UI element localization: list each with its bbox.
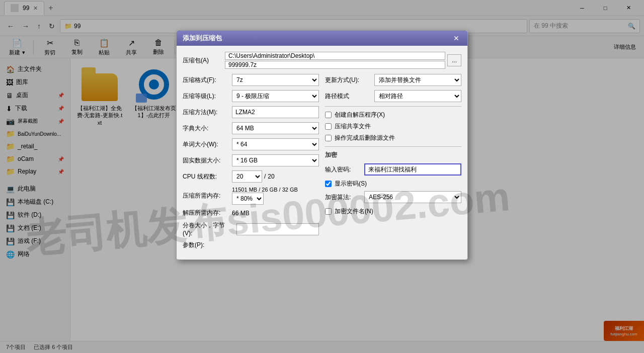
- dialog-col-left: 压缩格式(F): 7z 压缩等级(L): 9 - 极限压缩 压缩方法(M):: [183, 74, 319, 253]
- algo-label: 加密算法:: [325, 193, 360, 202]
- decomp-label: 解压所需内存:: [183, 209, 228, 217]
- pathmode-row: 路径模式 相对路径: [325, 90, 461, 102]
- solid-label: 固实数据大小:: [183, 156, 228, 165]
- mem-label: 压缩所需内存:: [183, 192, 228, 200]
- show-password-label: 显示密码(S): [335, 180, 367, 188]
- password-row: 输入密码:: [325, 163, 461, 175]
- algo-select[interactable]: AES-256: [364, 191, 461, 203]
- pathmode-label: 路径模式: [325, 92, 370, 101]
- split-input[interactable]: [236, 223, 319, 235]
- cpu-row: CPU 线程数: 20 / 20: [183, 170, 319, 183]
- decomp-row: 解压所需内存: 66 MB: [183, 209, 319, 217]
- decomp-value: 66 MB: [232, 210, 250, 217]
- method-row: 压缩方法(M):: [183, 106, 319, 118]
- dialog-columns: 压缩格式(F): 7z 压缩等级(L): 9 - 极限压缩 压缩方法(M):: [183, 74, 461, 253]
- mem-row: 压缩所需内存: 11501 MB / 26 GB / 32 GB * 80%: [183, 187, 319, 205]
- path-input[interactable]: [225, 52, 445, 60]
- divider-2: [325, 146, 461, 147]
- encrypt-section: 输入密码: 显示密码(S) 加密算法: AES-256: [325, 163, 461, 216]
- update-select[interactable]: 添加并替换文件: [374, 74, 461, 86]
- sfx-checkbox[interactable]: [325, 112, 332, 118]
- shared-row: 压缩共享文件: [325, 122, 461, 131]
- mem-detail-block: 11501 MB / 26 GB / 32 GB * 80%: [232, 187, 298, 205]
- shared-checkbox[interactable]: [325, 123, 332, 130]
- dialog-overlay: 添加到压缩包 ✕ 压缩包(A) ... 压缩格式(F):: [0, 0, 644, 353]
- delete-label: 操作完成后删除源文件: [335, 134, 395, 142]
- encrypt-names-label: 加密文件名(N): [335, 207, 373, 216]
- params-label: 参数(P):: [183, 241, 228, 249]
- sfx-row: 创建自解压程序(X): [325, 111, 461, 119]
- shared-label: 压缩共享文件: [335, 122, 371, 131]
- dialog-close-button[interactable]: ✕: [451, 34, 461, 42]
- delete-checkbox[interactable]: [325, 135, 332, 141]
- format-label: 压缩格式(F):: [183, 76, 228, 84]
- password-input[interactable]: [364, 163, 461, 175]
- mem-pct-select[interactable]: * 80%: [232, 193, 264, 205]
- cpu-inputs: 20 / 20: [232, 170, 275, 183]
- solid-select[interactable]: * 16 GB: [232, 154, 319, 166]
- params-row: 参数(P):: [183, 241, 319, 249]
- cpu-slash: /: [264, 173, 266, 180]
- divider-1: [325, 106, 461, 107]
- dict-select[interactable]: 64 MB: [232, 122, 319, 134]
- update-label: 更新方式(U):: [325, 76, 370, 84]
- word-select[interactable]: * 64: [232, 138, 319, 150]
- sfx-label: 创建自解压程序(X): [335, 111, 385, 119]
- update-row: 更新方式(U): 添加并替换文件: [325, 74, 461, 86]
- format-select[interactable]: 7z: [232, 74, 319, 86]
- cpu-label: CPU 线程数:: [183, 172, 228, 181]
- browse-button[interactable]: ...: [447, 54, 461, 66]
- solid-row: 固实数据大小: * 16 GB: [183, 154, 319, 166]
- method-input[interactable]: [232, 106, 319, 118]
- dict-row: 字典大小: 64 MB: [183, 122, 319, 134]
- level-row: 压缩等级(L): 9 - 极限压缩: [183, 90, 319, 102]
- cpu-max: 20: [268, 173, 274, 180]
- encrypt-names-row: 加密文件名(N): [325, 207, 461, 216]
- show-password-row: 显示密码(S): [325, 180, 461, 188]
- dialog-title: 添加到压缩包: [183, 34, 222, 43]
- path-row: 压缩包(A) ...: [183, 52, 461, 69]
- cpu-select[interactable]: 20: [232, 170, 262, 183]
- dialog-content: 压缩包(A) ... 压缩格式(F): 7z: [177, 46, 467, 259]
- dialog-title-bar: 添加到压缩包 ✕: [177, 31, 467, 46]
- format-row: 压缩格式(F): 7z: [183, 74, 319, 86]
- split-row: 分卷大小，字节(V):: [183, 221, 319, 237]
- level-label: 压缩等级(L):: [183, 92, 228, 101]
- word-label: 单词大小(W):: [183, 140, 228, 149]
- delete-row: 操作完成后删除源文件: [325, 134, 461, 142]
- pathmode-select[interactable]: 相对路径: [374, 90, 461, 102]
- mem-detail: 11501 MB / 26 GB / 32 GB: [232, 187, 298, 193]
- dialog-col-right: 更新方式(U): 添加并替换文件 路径模式 相对路径 创: [325, 74, 461, 253]
- algo-row: 加密算法: AES-256: [325, 191, 461, 203]
- show-password-checkbox[interactable]: [325, 181, 332, 187]
- encrypt-names-checkbox[interactable]: [325, 208, 332, 215]
- dict-label: 字典大小:: [183, 124, 228, 133]
- split-label: 分卷大小，字节(V):: [183, 221, 232, 237]
- level-select[interactable]: 9 - 极限压缩: [232, 90, 319, 102]
- word-row: 单词大小(W): * 64: [183, 138, 319, 150]
- path-label: 压缩包(A): [183, 56, 223, 65]
- compress-dialog: 添加到压缩包 ✕ 压缩包(A) ... 压缩格式(F):: [176, 30, 468, 260]
- password-label: 输入密码:: [325, 165, 360, 174]
- method-label: 压缩方法(M):: [183, 108, 228, 117]
- encrypt-header: 加密: [325, 151, 461, 159]
- filename-input[interactable]: [225, 61, 445, 69]
